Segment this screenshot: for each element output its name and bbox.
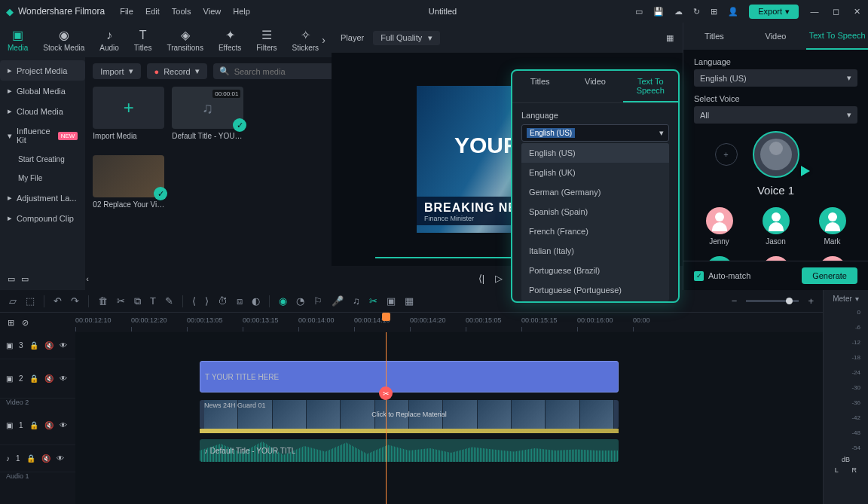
clip-video[interactable]: News 24H Guard 01 Click to Replace Mater… [200,400,619,429]
mark-out-icon[interactable]: ⟩ [205,295,209,307]
lock-icon[interactable]: 🔒 [29,421,38,429]
popover-tab-tts[interactable]: Text To Speech [623,71,678,102]
eye-icon[interactable]: 👁 [60,421,67,429]
track-head-2[interactable]: ▣2 🔒🔇👁 [0,359,75,399]
import-button[interactable]: Import▾ [93,63,140,79]
menu-file[interactable]: File [120,7,133,16]
mute-icon[interactable]: 🔇 [41,454,50,463]
lang-option[interactable]: Spanish (Spain) [521,202,669,221]
cloud-icon[interactable]: ☁ [674,7,683,17]
generate-button[interactable]: Generate [802,267,857,284]
track-head-audio[interactable]: ♪1 🔒🔇👁 [0,445,75,472]
tab-filters[interactable]: ☰Filters [256,28,277,52]
lang-option[interactable]: Portuguese (Brazil) [521,261,669,280]
undo-icon[interactable]: ↶ [53,295,62,307]
lang-option[interactable]: Portuguese (Portuguese) [521,280,669,300]
text-icon[interactable]: T [150,295,156,307]
thumb-default-title[interactable]: 00:00:01♫✓ Default Title - YOUR TI... [172,87,243,140]
rp-language-select[interactable]: English (US)▾ [694,69,857,87]
lang-option[interactable]: Japanese (Japan) [521,300,669,301]
account-icon[interactable]: 👤 [728,7,738,17]
popover-tab-titles[interactable]: Titles [512,71,567,102]
layout-icon[interactable]: ▭ [635,7,643,17]
rp-tab-titles[interactable]: Titles [683,23,745,50]
maximize-button[interactable]: ◻ [830,6,841,17]
zoom-in-icon[interactable]: + [808,295,814,307]
redo-icon[interactable]: ↷ [71,295,79,307]
popover-language-select[interactable]: English (US) ▾ [521,124,669,142]
edit-icon[interactable]: ✎ [165,295,173,307]
mute-icon[interactable]: 🔇 [44,374,53,383]
tab-audio[interactable]: ♪Audio [99,29,119,52]
crop-tool-icon[interactable]: ⧈ [237,295,243,307]
sidebar-my-file[interactable]: My File [0,169,85,188]
rp-tab-tts[interactable]: Text To Speech [806,23,868,50]
music-tool-icon[interactable]: ♫ [353,295,360,307]
mark-in-icon[interactable]: ⟨ [192,295,196,307]
tab-media[interactable]: ▣Media [8,28,28,52]
zoom-slider[interactable] [746,300,799,302]
eye-icon[interactable]: 👁 [57,454,64,463]
tab-stickers[interactable]: ✧Stickers [292,28,319,52]
lang-option[interactable]: German (Germany) [521,182,669,202]
minimize-button[interactable]: — [809,6,820,17]
zoom-out-icon[interactable]: − [732,295,738,307]
lang-option[interactable]: Italian (Italy) [521,241,669,261]
ai-cut-icon[interactable]: ✂ [369,295,377,307]
search-input[interactable]: 🔍 [213,63,344,79]
lang-option[interactable]: English (US) [521,143,669,163]
add-voice-button[interactable]: + [715,143,738,166]
menu-view[interactable]: View [203,7,222,16]
delete-icon[interactable]: 🗑 [98,295,108,307]
track-link-icon[interactable]: ⊘ [22,318,29,328]
voice-option[interactable]: Jenny [694,207,744,246]
sidebar-cloud-media[interactable]: ▸Cloud Media [0,101,85,121]
sidebar-compound-clip[interactable]: ▸Compound Clip [0,208,85,228]
voice-main-avatar[interactable] [753,131,799,178]
voice-option[interactable]: Jason [750,207,801,246]
tabs-more-icon[interactable]: › [322,34,326,46]
sidebar-global-media[interactable]: ▸Global Media [0,81,85,101]
sidebar-adjustment-layer[interactable]: ▸Adjustment La... [0,188,85,208]
play-button[interactable]: ▷ [495,273,503,284]
voice-option[interactable]: Mark [807,207,857,246]
auto-match-checkbox[interactable]: ✓Auto-match [694,271,750,281]
clip-audio[interactable]: ♪ Default Title - YOUR TITL [200,439,619,462]
save-icon[interactable]: 💾 [653,7,664,17]
rp-voice-filter[interactable]: All▾ [694,106,857,124]
track-head-3[interactable]: ▣3 🔒🔇👁 [0,332,75,359]
tool-pointer-icon[interactable]: ⬚ [26,295,35,307]
thumb-replace-video[interactable]: ✓ 02 Replace Your Video [93,155,164,209]
menu-tools[interactable]: Tools [172,7,191,16]
mute-icon[interactable]: 🔇 [44,421,53,429]
mute-icon[interactable]: 🔇 [44,341,53,350]
record-button[interactable]: ●Record▾ [147,63,207,79]
speed-icon[interactable]: ⏱ [218,295,228,307]
menu-edit[interactable]: Edit [145,7,160,16]
mic-icon[interactable]: 🎤 [332,295,344,307]
pip-icon[interactable]: ▣ [387,295,396,307]
track-add-icon[interactable]: ⊞ [8,318,14,328]
eye-icon[interactable]: 👁 [60,374,67,383]
menu-help[interactable]: Help [233,7,250,16]
quality-select[interactable]: Full Quality▾ [373,31,440,45]
export-button[interactable]: Export▾ [749,5,799,19]
clip-title[interactable]: T YOUR TITLE HERE [200,361,619,393]
sidebar-start-creating[interactable]: Start Creating [0,150,85,169]
folder-icon[interactable]: ▭ [8,274,15,284]
sidebar-influence-kit[interactable]: ▾Influence KitNEW [0,121,85,150]
tool-select-icon[interactable]: ▱ [9,295,17,307]
lang-option[interactable]: English (UK) [521,163,669,182]
history-icon[interactable]: ↻ [693,7,700,17]
render-icon[interactable]: ▦ [405,295,414,307]
marker-icon[interactable]: ◔ [296,295,304,307]
rp-tab-video[interactable]: Video [745,23,807,50]
track-head-1[interactable]: ▣1 🔒🔇👁 [0,406,75,445]
bin-icon[interactable]: ▭ [21,274,29,284]
crop-icon[interactable]: ⧉ [134,295,141,307]
lang-option[interactable]: French (France) [521,221,669,241]
tab-titles[interactable]: TTitles [134,29,152,52]
scissors-icon[interactable]: ✂ [379,386,393,400]
ai-tool-icon[interactable]: ◉ [279,295,287,307]
sidebar-project-media[interactable]: ▸Project Media [0,60,85,81]
